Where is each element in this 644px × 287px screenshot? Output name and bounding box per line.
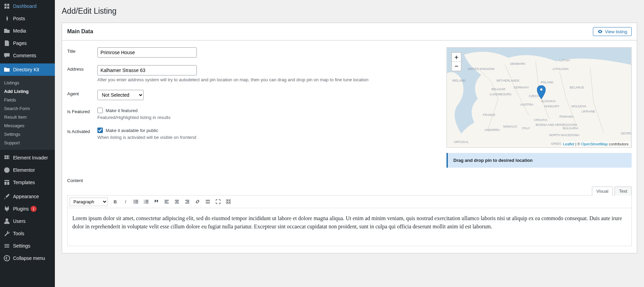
sidebar-item-element-invader[interactable]: Element Invader (0, 152, 55, 164)
readmore-button[interactable] (203, 197, 213, 206)
sidebar-item-comments[interactable]: Comments (0, 49, 55, 62)
toolbar-toggle-button[interactable] (224, 197, 233, 206)
view-listing-label: View listing (605, 29, 627, 34)
osm-link[interactable]: OpenStreetMap (581, 142, 608, 146)
svg-rect-49 (175, 200, 179, 201)
activated-checkbox[interactable] (97, 128, 103, 133)
submenu-item-settings[interactable]: Settings (0, 130, 55, 139)
link-button[interactable] (193, 197, 202, 206)
align-left-button[interactable] (162, 197, 171, 206)
svg-text:MONACO: MONACO (503, 125, 517, 128)
svg-text:3: 3 (144, 202, 145, 204)
sidebar-item-label: Posts (13, 16, 25, 21)
location-map[interactable]: UNITED KINGDOMIRELANDDENMARKNETHERLANDSB… (446, 47, 632, 148)
svg-text:ANDORRA: ANDORRA (485, 128, 500, 132)
content-editor: Paragraph B I 123 (67, 195, 632, 246)
sidebar-item-directory-kit[interactable]: Directory Kit (0, 63, 55, 76)
sidebar-item-pages[interactable]: Pages (0, 37, 55, 49)
page-icon (3, 40, 10, 47)
svg-text:BOSNIA AND HERZEGOVINA: BOSNIA AND HERZEGOVINA (536, 123, 577, 127)
svg-rect-55 (206, 200, 210, 201)
bold-button[interactable]: B (110, 197, 120, 206)
sidebar-item-label: Users (13, 218, 26, 224)
svg-text:NETHERLANDS: NETHERLANDS (497, 79, 519, 82)
sidebar-item-templates[interactable]: Templates (0, 176, 55, 189)
submenu-item-search-form[interactable]: Search Form (0, 104, 55, 113)
sidebar-item-users[interactable]: Users (0, 215, 55, 227)
ul-button[interactable] (131, 197, 141, 206)
submenu-item-messages[interactable]: Messages (0, 121, 55, 130)
italic-button[interactable]: I (121, 197, 130, 206)
submenu-item-result-item[interactable]: Result Item (0, 113, 55, 121)
svg-text:BELGIUM: BELGIUM (491, 87, 505, 91)
svg-rect-47 (165, 201, 167, 202)
fullscreen-button[interactable] (213, 197, 223, 206)
sidebar-item-media[interactable]: Media (0, 25, 55, 37)
sidebar-item-plugins[interactable]: Plugins1 (0, 203, 55, 215)
sidebar-item-elementor[interactable]: Elementor (0, 164, 55, 176)
sidebar-item-appearance[interactable]: Appearance (0, 190, 55, 203)
sidebar-item-label: Tools (13, 231, 24, 236)
agent-select[interactable]: Not Selected (97, 90, 144, 100)
grid-icon (3, 154, 10, 161)
activated-checkbox-label: Make it available for public (106, 128, 158, 133)
address-help: After you enter address system will try … (97, 77, 433, 82)
sidebar-item-posts[interactable]: Posts (0, 12, 55, 25)
sidebar-item-tools[interactable]: Tools (0, 227, 55, 240)
content-label: Content (67, 178, 632, 183)
sidebar-item-label: Elementor (13, 167, 35, 173)
svg-text:MOLDOVA: MOLDOVA (571, 105, 586, 108)
editor-tab-text[interactable]: Text (615, 187, 632, 195)
quote-button[interactable] (152, 197, 161, 206)
svg-text:LATVIA: LATVIA (560, 59, 570, 62)
align-right-button[interactable] (182, 197, 192, 206)
svg-rect-53 (187, 201, 189, 202)
map-note: Drag and drop pin to desired location (446, 153, 632, 168)
svg-text:ORTUGAL: ORTUGAL (454, 140, 469, 144)
leaflet-link[interactable]: Leaflet (563, 142, 574, 146)
address-input[interactable] (97, 65, 197, 75)
svg-text:LITHUANIA: LITHUANIA (553, 67, 569, 71)
align-center-button[interactable] (172, 197, 182, 206)
ol-button[interactable]: 123 (141, 197, 151, 206)
address-label: Address (67, 65, 97, 82)
svg-point-36 (134, 201, 135, 202)
editor-content[interactable]: Lorem ipsum dolor sit amet, consectetur … (68, 208, 631, 246)
page-title: Add/Edit Listing (62, 3, 637, 23)
submenu-item-listings[interactable]: Listings (0, 79, 55, 87)
sidebar-item-dashboard[interactable]: Dashboard (0, 0, 55, 12)
activated-help: When listing is activated will be visibl… (97, 135, 433, 140)
svg-rect-54 (185, 203, 189, 203)
submenu-item-support[interactable]: Support (0, 139, 55, 147)
svg-text:FRANCE: FRANCE (483, 113, 496, 117)
submenu-item-add-listing[interactable]: Add Listing (0, 87, 55, 96)
svg-rect-37 (135, 201, 138, 202)
editor-tab-visual[interactable]: Visual (592, 187, 613, 195)
folder-icon (3, 66, 10, 73)
featured-checkbox[interactable] (97, 108, 103, 113)
submenu-item-fields[interactable]: Fields (0, 96, 55, 104)
featured-checkbox-label: Make it featured (106, 108, 138, 113)
zoom-out-button[interactable]: − (452, 62, 461, 71)
zoom-in-button[interactable]: + (452, 53, 461, 62)
svg-rect-50 (176, 201, 178, 202)
title-input[interactable] (97, 47, 197, 58)
main-data-panel: Main Data View listing Title Address (62, 23, 637, 253)
sidebar-item-settings[interactable]: Settings (0, 240, 55, 252)
svg-point-38 (134, 203, 135, 204)
svg-text:UNITED KINGDOM: UNITED KINGDOM (467, 67, 494, 71)
svg-rect-60 (229, 200, 230, 201)
map-attribution: Leaflet | © OpenStreetMap contributors (561, 142, 630, 146)
map-pin-icon[interactable] (537, 85, 546, 100)
svg-rect-45 (145, 203, 148, 203)
elementor-icon (3, 167, 10, 174)
sidebar-item-collapse-menu[interactable]: Collapse menu (0, 252, 55, 264)
svg-text:HUNGARY: HUNGARY (544, 105, 560, 108)
svg-rect-57 (206, 203, 210, 203)
view-listing-button[interactable]: View listing (593, 27, 632, 36)
svg-text:ROMANIA: ROMANIA (560, 115, 574, 118)
agent-label: Agent (67, 90, 97, 100)
svg-rect-43 (145, 201, 148, 202)
sidebar-item-label: Plugins (13, 206, 29, 212)
format-select[interactable]: Paragraph (70, 198, 108, 206)
